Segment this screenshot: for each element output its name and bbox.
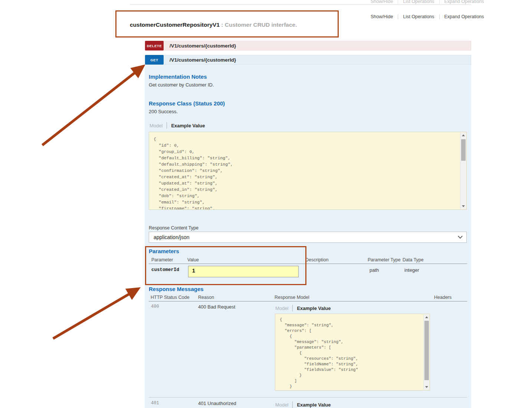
show-hide-link[interactable]: Show/Hide	[366, 14, 398, 19]
col-response-model: Response Model	[275, 295, 309, 300]
list-operations-link[interactable]: List Operations	[398, 0, 439, 4]
reason-400: 400 Bad Request	[198, 304, 235, 310]
response-content-type-select[interactable]: application/json	[149, 232, 467, 243]
response-class-heading: Response Class (Status 200)	[149, 100, 225, 107]
scroll-down-icon[interactable]	[424, 384, 430, 390]
response-class-tabs: Model Example Value	[150, 122, 205, 129]
annotation-arrow-parameters	[53, 289, 138, 339]
table-header-rule	[149, 264, 467, 264]
annotation-arrow-get	[42, 66, 143, 145]
response-model-tabs-400: Model Example Value	[275, 305, 331, 311]
section-divider-line	[130, 4, 471, 5]
api-resource-name-link[interactable]: customerCustomerRepositoryV1	[130, 22, 220, 28]
tab-example-value[interactable]: Example Value	[171, 123, 205, 128]
operations-toolbar-top: Show/Hide List Operations Expand Operati…	[366, 0, 489, 4]
col-reason: Reason	[198, 295, 214, 300]
customer-id-input[interactable]	[188, 266, 299, 277]
get-operation-panel: Implementation Notes Get customer by Cus…	[145, 65, 471, 408]
endpoint-row-get[interactable]: GET /V1/customers/{customerId}	[145, 55, 471, 65]
example-scrollbar[interactable]	[460, 133, 466, 209]
response-example-json-400: { "message": "string", "errors": [ { "me…	[275, 314, 430, 391]
status-code-401: 401	[151, 401, 159, 406]
tab-example-value[interactable]: Example Value	[297, 402, 331, 408]
implementation-notes-text: Get customer by Customer ID.	[149, 82, 214, 88]
col-data-type: Data Type	[403, 257, 424, 262]
show-hide-link[interactable]: Show/Hide	[366, 0, 398, 4]
tab-example-value[interactable]: Example Value	[297, 306, 331, 311]
col-headers: Headers	[434, 295, 451, 300]
example-scrollbar[interactable]	[423, 314, 429, 390]
operations-toolbar: Show/Hide List Operations Expand Operati…	[366, 14, 489, 19]
col-description: Description	[305, 257, 329, 262]
tab-divider	[292, 305, 293, 311]
parameters-heading: Parameters	[149, 248, 179, 254]
http-method-badge-get: GET	[145, 55, 164, 65]
scrollbar-thumb[interactable]	[424, 321, 429, 380]
endpoint-path-link[interactable]: /V1/customers/{customerId}	[170, 57, 236, 63]
response-content-type-label: Response Content Type	[149, 225, 198, 231]
scroll-down-icon[interactable]	[460, 203, 466, 209]
swagger-ui-page: Show/Hide List Operations Expand Operati…	[0, 0, 532, 408]
expand-operations-link[interactable]: Expand Operations	[440, 14, 489, 19]
implementation-notes-heading: Implementation Notes	[149, 74, 207, 80]
tab-divider	[292, 401, 293, 408]
col-parameter: Parameter	[151, 257, 173, 262]
row-divider	[149, 397, 467, 398]
tab-model[interactable]: Model	[275, 402, 288, 408]
endpoint-row-delete[interactable]: DELETE /V1/customers/{customerId}	[145, 41, 471, 50]
response-example-json: { "id": 0, "group_id": 0, "default_billi…	[149, 132, 466, 210]
status-code-400: 400	[151, 304, 159, 309]
parameter-type-value: path	[370, 267, 379, 273]
api-resource-title: customerCustomerRepositoryV1 : Customer …	[130, 22, 297, 28]
tab-divider	[167, 122, 167, 129]
col-value: Value	[187, 257, 199, 262]
table-header-rule	[149, 301, 467, 301]
col-http-status: HTTP Status Code	[151, 295, 190, 300]
http-method-badge-delete: DELETE	[145, 41, 164, 50]
tab-model[interactable]: Model	[275, 306, 288, 311]
response-messages-heading: Response Messages	[149, 286, 204, 292]
reason-401: 401 Unauthorized	[198, 401, 236, 406]
api-resource-separator: :	[220, 22, 225, 28]
response-class-text: 200 Success.	[149, 109, 178, 114]
col-parameter-type: Parameter Type	[368, 257, 401, 262]
scroll-up-icon[interactable]	[460, 133, 466, 138]
chevron-down-icon	[458, 234, 463, 239]
response-example-box-400: { "message": "string", "errors": [ { "me…	[275, 314, 430, 391]
response-content-type-value: application/json	[154, 234, 190, 240]
endpoint-path-link[interactable]: /V1/customers/{customerId}	[170, 43, 236, 49]
response-example-box: { "id": 0, "group_id": 0, "default_billi…	[149, 132, 467, 210]
tab-model[interactable]: Model	[150, 123, 162, 128]
list-operations-link[interactable]: List Operations	[398, 14, 439, 19]
parameter-name: customerId	[151, 267, 179, 272]
data-type-value: integer	[404, 267, 419, 273]
scrollbar-thumb[interactable]	[461, 139, 466, 161]
scroll-up-icon[interactable]	[424, 314, 430, 320]
response-model-tabs-401: Model Example Value	[275, 401, 331, 408]
api-resource-description: Customer CRUD interface.	[225, 22, 297, 28]
expand-operations-link[interactable]: Expand Operations	[440, 0, 489, 4]
